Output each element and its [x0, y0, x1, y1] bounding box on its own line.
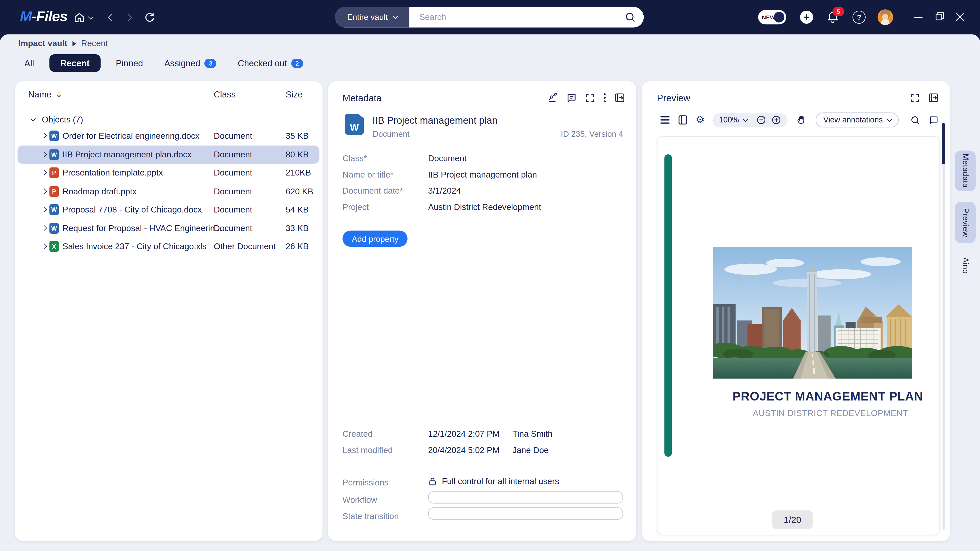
field-value-document-date[interactable]: 3/1/2024 — [428, 186, 461, 196]
tab-all[interactable]: All — [18, 54, 40, 72]
column-header-name[interactable]: Name ↓ — [28, 89, 62, 99]
view-tabs: All Recent Pinned Assigned3 Checked out2 — [18, 54, 309, 72]
zoom-out-icon[interactable] — [756, 115, 767, 125]
chevron-right-icon[interactable] — [41, 151, 47, 157]
top-bar: M-Files Entire vault NEW — [0, 0, 980, 35]
powerpoint-file-icon: P — [49, 167, 59, 178]
table-row-selected[interactable]: W IIB Project management plan.docx Docum… — [18, 145, 320, 163]
file-class: Other Document — [214, 242, 276, 251]
minimize-button[interactable] — [915, 17, 923, 18]
table-row[interactable]: W Request for Proposal - HVAC Engineerin… — [18, 219, 320, 237]
workflow-icon[interactable] — [547, 92, 558, 103]
column-header-size[interactable]: Size — [286, 89, 303, 99]
preview-scrollbar-thumb[interactable] — [942, 123, 945, 164]
zoom-level-dropdown[interactable]: 100% — [719, 116, 739, 124]
state-transition-input[interactable] — [428, 507, 623, 520]
search-in-document-icon[interactable] — [910, 114, 921, 125]
help-button[interactable]: ? — [853, 11, 865, 24]
file-class: Document — [214, 150, 252, 159]
search-scope-dropdown[interactable]: Entire vault — [335, 7, 409, 27]
permissions-label: Permissions — [342, 478, 388, 487]
chevron-right-icon[interactable] — [41, 244, 47, 249]
refresh-button[interactable] — [142, 10, 157, 25]
document-preview-page[interactable]: PROJECT MANAGEMENT PLAN AUSTIN DISTRICT … — [657, 136, 940, 535]
preview-header-toolbar — [910, 92, 939, 103]
tab-pinned[interactable]: Pinned — [110, 54, 149, 72]
popout-panel-icon[interactable] — [614, 92, 625, 103]
tab-checked-out[interactable]: Checked out2 — [231, 54, 309, 72]
settings-gear-icon[interactable]: ⚙ — [696, 115, 705, 125]
user-avatar[interactable] — [877, 10, 893, 25]
fullscreen-icon[interactable] — [910, 93, 920, 103]
back-button[interactable] — [104, 10, 119, 25]
content-area: Impact vault Recent All Recent Pinned As… — [0, 35, 980, 551]
create-new-button[interactable]: + — [800, 11, 813, 24]
chevron-right-icon[interactable] — [41, 225, 47, 230]
fullscreen-icon[interactable] — [585, 93, 595, 103]
chevron-right-icon[interactable] — [41, 133, 47, 138]
preview-scrollbar-track[interactable] — [942, 122, 945, 530]
chevron-right-icon — [124, 14, 132, 21]
breadcrumb-arrow-icon — [73, 41, 76, 46]
field-label-class: Class* — [342, 154, 367, 163]
side-tab-metadata[interactable]: Metadata — [955, 151, 976, 191]
word-file-icon: W — [49, 149, 59, 160]
chevron-down-icon[interactable] — [743, 116, 749, 122]
side-tab-aino[interactable]: Aino — [955, 252, 976, 279]
zoom-in-icon[interactable] — [772, 115, 781, 125]
metadata-panel: Metadata W IIB Project manag — [328, 81, 636, 541]
new-toggle[interactable]: NEW — [758, 10, 786, 24]
breadcrumb-root[interactable]: Impact vault — [18, 39, 67, 48]
column-header-class[interactable]: Class — [214, 89, 236, 99]
chevron-down-icon — [393, 14, 398, 19]
close-button[interactable] — [956, 13, 964, 21]
side-tab-preview[interactable]: Preview — [955, 202, 976, 243]
comment-icon[interactable] — [929, 115, 939, 125]
view-annotations-dropdown[interactable]: View annotations — [816, 113, 899, 127]
comments-icon[interactable] — [566, 92, 577, 103]
table-row[interactable]: X Sales Invoice 237 - City of Chicago.xl… — [18, 238, 320, 256]
group-header-objects[interactable]: Objects (7) — [15, 113, 323, 126]
file-class: Document — [214, 186, 252, 196]
chevron-right-icon[interactable] — [41, 188, 47, 194]
field-value-project[interactable]: Austin District Redevelopment — [428, 202, 541, 212]
table-row[interactable]: W Proposal 7708 - City of Chicago.docx D… — [18, 200, 320, 219]
sidebar-panel-icon[interactable] — [678, 115, 687, 125]
view-annotations-label: View annotations — [823, 116, 883, 124]
more-options-icon[interactable] — [603, 92, 606, 103]
workflow-input[interactable] — [428, 491, 623, 503]
search-input[interactable] — [409, 13, 624, 22]
file-list-header: Name ↓ Class Size — [15, 89, 323, 103]
file-size: 54 KB — [286, 205, 309, 214]
tab-recent[interactable]: Recent — [49, 54, 101, 72]
table-row[interactable]: W Order for Electrical engineering.docx … — [18, 127, 320, 145]
powerpoint-file-icon: P — [49, 186, 59, 197]
forward-button[interactable] — [121, 10, 136, 25]
menu-icon[interactable] — [660, 116, 670, 124]
file-size: 620 KB — [286, 186, 313, 196]
search-icon[interactable] — [625, 11, 636, 23]
modified-label: Last modified — [342, 445, 393, 455]
pan-hand-icon[interactable] — [797, 114, 807, 125]
chevron-right-icon[interactable] — [41, 206, 47, 212]
add-property-button[interactable]: Add property — [342, 230, 408, 247]
chevron-right-icon[interactable] — [41, 170, 47, 175]
table-row[interactable]: P Presentation template.pptx Document 21… — [18, 164, 320, 182]
file-name: Sales Invoice 237 - City of Chicago.xls — [62, 242, 207, 251]
excel-file-icon: X — [49, 241, 59, 252]
field-value-class[interactable]: Document — [428, 154, 467, 163]
modified-datetime: 20/4/2024 5:02 PM — [428, 445, 500, 455]
popout-panel-icon[interactable] — [928, 92, 939, 103]
tab-label: Recent — [60, 58, 89, 68]
maximize-button[interactable] — [935, 12, 945, 21]
field-value-name[interactable]: IIB Project management plan — [428, 170, 537, 179]
file-class: Document — [214, 131, 252, 141]
file-size: 210KB — [286, 168, 311, 178]
table-row[interactable]: P Roadmap draft.pptx Document 620 KB — [18, 182, 320, 200]
notifications-button[interactable]: 5 — [826, 10, 840, 25]
side-tab-label: Metadata — [961, 154, 969, 188]
tab-assigned[interactable]: Assigned3 — [158, 54, 223, 72]
close-icon — [956, 13, 964, 21]
file-class: Document — [214, 168, 252, 178]
home-button[interactable] — [72, 10, 93, 25]
